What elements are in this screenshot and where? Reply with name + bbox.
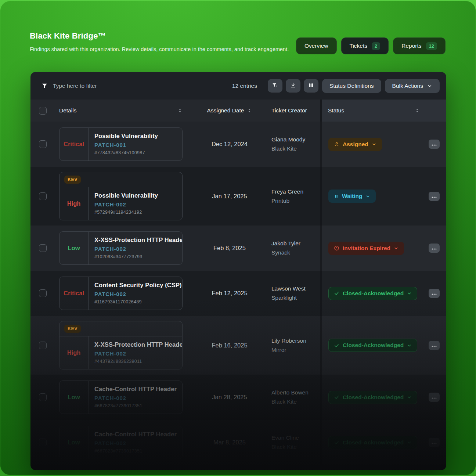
table-row: LowCache-Control HTTP HeaderPATCH-002#66… [30,420,446,465]
column-header-status: Status [328,107,344,114]
status-dropdown[interactable]: Closed-Acknowledged [328,391,417,404]
finding-patch-id: PATCH-002 [94,350,183,357]
finding-patch-id: PATCH-002 [94,440,177,446]
status-cell: Closed-Acknowledged [320,375,446,420]
finding-hash: #102093#3477723793 [94,254,183,259]
creator-organization: Black Kite [271,444,320,450]
creator-organization: Synack [271,249,320,256]
bulk-actions-button[interactable]: Bulk Actions [385,79,440,93]
finding-card[interactable]: LowCache-Control HTTP HeaderPATCH-002#66… [59,426,183,459]
filter-advanced-button[interactable] [268,79,282,93]
creator-name: Evan Cline [271,434,320,441]
columns-icon [308,82,314,89]
table-row: CriticalContent Security Policy (CSP)PAT… [30,271,446,316]
ticket-creator: Alberto BowenBlack Kite [271,389,320,405]
status-label: Waiting [342,193,362,199]
status-label: Closed-Acknowledged [343,290,404,297]
status-cell: Closed-Acknowledged [320,271,446,316]
row-checkbox[interactable] [39,393,47,401]
tab-label: Tickets [350,43,368,49]
severity-label: Critical [60,128,89,161]
pause-icon [334,194,339,199]
finding-title: Possible Vulnerability [94,192,158,199]
chevron-down-icon [407,440,412,445]
ellipsis-icon [432,291,437,296]
status-cell: Invitation Expired [320,226,446,271]
ticket-creator: Giana MoodyBlack Kite [271,136,320,152]
severity-label: Critical [60,277,89,310]
row-checkbox[interactable] [39,140,47,148]
sort-icon[interactable] [415,108,420,113]
assigned-date: Feb 8, 2025 [188,245,271,252]
row-checkbox[interactable] [39,244,47,252]
filter-input[interactable] [53,83,232,89]
row-actions-button[interactable] [429,341,440,350]
severity-label: High [60,336,89,369]
column-header-assigned-date: Assigned Date [207,107,244,114]
finding-card[interactable]: CriticalContent Security Policy (CSP)PAT… [59,277,183,310]
assigned-date: Mar 8, 2025 [188,439,271,446]
sort-icon[interactable] [177,108,183,113]
finding-title: Cache-Control HTTP Header [94,431,177,438]
row-actions-button[interactable] [429,192,440,201]
page-background: Black Kite Bridge™ Findings shared with … [0,1,476,475]
tab-label: Overview [304,43,328,49]
finding-card[interactable]: KEVHighX-XSS-Protection HTTP HeaderPATCH… [59,321,183,369]
status-dropdown[interactable]: Waiting [328,190,376,203]
columns-button[interactable] [304,79,318,93]
table-header-row: Details Assigned Date Ticket Creator Sta… [30,100,446,122]
finding-hash: #572949#1194234192 [94,210,158,215]
finding-patch-id: PATCH-001 [94,142,158,148]
finding-card[interactable]: CriticalPossible VulnerabilityPATCH-001#… [59,127,183,161]
row-checkbox[interactable] [39,439,47,446]
status-dropdown[interactable]: Invitation Expired [328,242,404,255]
chevron-down-icon [427,83,432,89]
tab-reports[interactable]: Reports 12 [393,37,446,54]
row-actions-button[interactable] [429,393,440,402]
finding-card[interactable]: LowX-XSS-Protection HTTP HeaderPATCH-002… [59,231,183,265]
sort-icon[interactable] [247,108,252,113]
row-actions-button[interactable] [429,438,440,447]
entries-count: 12 entries [232,83,257,89]
status-dropdown[interactable]: Closed-Acknowledged [328,436,417,449]
finding-card[interactable]: LowCache-Control HTTP HeaderPATCH-002#66… [59,381,183,414]
table-row: KEVHighPossible VulnerabilityPATCH-002#5… [30,167,446,226]
chevron-down-icon [394,246,399,250]
finding-hash: #778432#83745100987 [94,150,158,155]
select-all-checkbox[interactable] [39,107,47,115]
status-dropdown[interactable]: Closed-Acknowledged [328,287,417,300]
finding-hash: #443792#8836239011 [94,359,183,364]
ticket-creator: Lily RobersonMirror [271,338,320,353]
status-definitions-button[interactable]: Status Definitions [322,79,381,93]
status-dropdown[interactable]: Assigned [328,138,382,151]
row-actions-button[interactable] [429,140,440,149]
tab-tickets[interactable]: Tickets 2 [341,37,389,54]
tab-overview[interactable]: Overview [296,37,337,54]
check-icon [334,343,339,348]
row-checkbox[interactable] [39,289,47,297]
creator-organization: Sparklight [271,295,320,301]
status-cell: Waiting [320,167,446,226]
chevron-down-icon [365,194,370,199]
status-dropdown[interactable]: Closed-Acknowledged [328,339,417,352]
row-checkbox[interactable] [39,342,47,349]
chevron-down-icon [407,395,412,400]
row-actions-button[interactable] [429,244,440,253]
assigned-date: Jan 17, 2025 [188,193,271,200]
row-actions-button[interactable] [429,289,440,298]
creator-name: Jakob Tyler [271,240,320,247]
filter-funnel-icon [42,83,48,89]
person-icon [334,141,339,147]
tickets-panel: 12 entries Status Definitions Bulk [30,72,446,470]
finding-card[interactable]: KEVHighPossible VulnerabilityPATCH-002#5… [59,172,183,220]
download-button[interactable] [286,79,300,93]
creator-organization: Black Kite [271,145,320,152]
finding-hash: #116793#1170026489 [94,299,182,304]
creator-name: Giana Moody [271,136,320,143]
tab-label: Reports [401,43,421,49]
tab-count-badge: 12 [426,42,437,50]
assigned-date: Feb 12, 2025 [188,290,271,297]
row-checkbox[interactable] [39,192,47,200]
assigned-date: Dec 12, 2024 [188,141,271,148]
check-icon [334,440,339,445]
